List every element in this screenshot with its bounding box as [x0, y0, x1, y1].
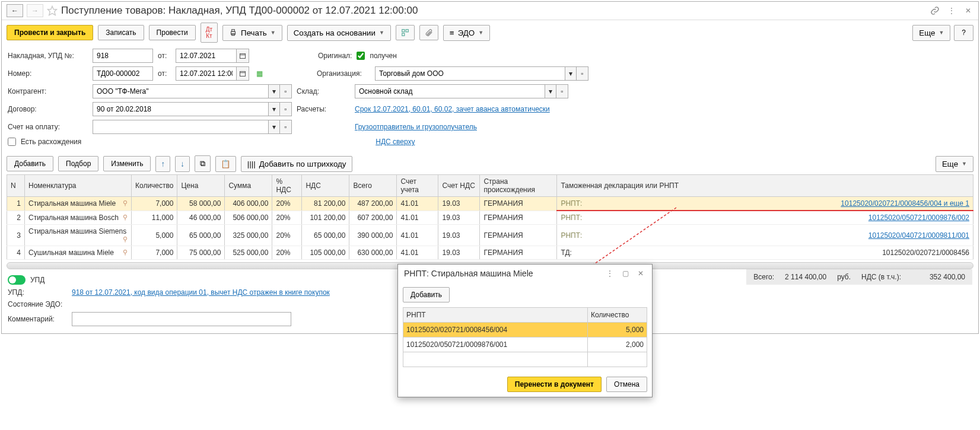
col-vat-acc[interactable]: Счет НДС [438, 175, 480, 197]
copy-button[interactable]: ⧉ [195, 155, 211, 172]
post-button[interactable]: Провести [149, 25, 196, 40]
new-doc-icon[interactable]: ▦ [254, 68, 265, 79]
attachment-button[interactable] [419, 25, 438, 40]
transactions-button[interactable]: ДтКт [201, 23, 218, 43]
popup-col-qty[interactable]: Количество [588, 308, 647, 323]
decl-link[interactable]: 10125020/050721/0009876/002 [868, 214, 969, 222]
contragent-input[interactable] [93, 84, 268, 98]
col-acc[interactable]: Счет учета [397, 175, 438, 197]
edit-row-button[interactable]: Изменить [103, 156, 151, 171]
form-area: Накладная, УПД №: от: Оригинал: получен … [2, 45, 978, 153]
nav-back-button[interactable]: ← [7, 4, 23, 17]
copy-icon: ⧉ [200, 159, 205, 168]
open-ref-icon[interactable]: ▫ [577, 66, 588, 81]
open-ref-icon[interactable]: ▫ [556, 84, 568, 98]
received-checkbox[interactable] [357, 52, 365, 60]
more-vertical-icon[interactable]: ⋮ [604, 268, 615, 279]
popup-row[interactable]: 10125020/020721/0008456/0045,000 [403, 323, 647, 336]
col-decl[interactable]: Таможенная декларация или РНПТ [557, 175, 973, 197]
col-qty[interactable]: Количество [132, 175, 177, 197]
nav-forward-button[interactable]: → [27, 4, 43, 17]
more-vertical-icon[interactable]: ⋮ [946, 5, 957, 16]
table-row[interactable]: 4Сушильная машина Miele ⚲7,00075 000,005… [7, 246, 973, 260]
calc-link[interactable]: Срок 12.07.2021, 60.01, 60.02, зачет ава… [355, 105, 550, 113]
arrow-up-icon: ↑ [161, 160, 165, 168]
dropdown-icon[interactable]: ▾ [565, 66, 577, 81]
col-n[interactable]: N [7, 175, 25, 197]
move-up-button[interactable]: ↑ [155, 156, 170, 172]
datetime-input[interactable] [176, 66, 236, 81]
favorite-star-icon[interactable] [47, 5, 58, 16]
invoice-date-input[interactable] [176, 49, 236, 63]
col-vat-pct[interactable]: % НДС [272, 175, 302, 197]
dropdown-icon[interactable]: ▾ [268, 84, 280, 98]
totals-bar: Всего: 2 114 400,00 руб. НДС (в т.ч.): 3… [746, 269, 972, 285]
org-input[interactable] [375, 66, 565, 81]
svg-rect-4 [402, 30, 405, 32]
calendar-icon[interactable] [236, 49, 249, 63]
cargo-link[interactable]: Грузоотправитель и грузополучатель [355, 123, 477, 131]
col-total[interactable]: Всего [349, 175, 397, 197]
decl-link[interactable]: 10125020/020721/0008456/004 и еще 1 [841, 199, 969, 208]
magnifier-icon[interactable]: ⚲ [123, 214, 128, 221]
calendar-icon[interactable] [236, 66, 249, 81]
magnifier-icon[interactable]: ⚲ [123, 235, 128, 243]
upd-toggle[interactable] [8, 275, 26, 285]
open-ref-icon[interactable]: ▫ [280, 120, 292, 134]
paste-button[interactable]: 📋 [215, 156, 236, 172]
decl-value: 10125020/020721/0008456 [882, 249, 969, 257]
magnifier-icon[interactable]: ⚲ [123, 249, 128, 256]
number-input[interactable] [93, 66, 153, 81]
print-button[interactable]: Печать ▼ [222, 25, 282, 41]
upd-label: УПД: [8, 288, 67, 297]
table-toolbar: Добавить Подбор Изменить ↑ ↓ ⧉ 📋 |||| До… [2, 153, 978, 174]
table-row[interactable]: 2Стиральная машина Bosch ⚲11,00046 000,0… [7, 211, 973, 225]
popup-title: РНПТ: Стиральная машина Miele [404, 269, 600, 278]
dropdown-icon[interactable]: ▾ [268, 102, 280, 116]
related-docs-button[interactable] [396, 25, 415, 40]
col-nomen[interactable]: Номенклатура [25, 175, 132, 197]
pick-button[interactable]: Подбор [58, 156, 98, 171]
warehouse-input[interactable] [355, 84, 545, 98]
col-sum[interactable]: Сумма [225, 175, 272, 197]
edo-button[interactable]: ≡ ЭДО ▼ [443, 25, 490, 41]
chevron-down-icon: ▼ [271, 30, 276, 36]
help-button[interactable]: ? [954, 25, 973, 41]
upd-link[interactable]: 918 от 12.07.2021, код вида операции 01,… [72, 288, 330, 297]
table-more-button[interactable]: Еще ▼ [936, 156, 973, 172]
barcode-button[interactable]: |||| Добавить по штрихкоду [241, 156, 353, 172]
decl-link[interactable]: 10125020/040721/0009811/001 [868, 231, 969, 240]
post-and-close-button[interactable]: Провести и закрыть [7, 25, 93, 40]
more-button[interactable]: Еще ▼ [912, 25, 950, 41]
close-window-icon[interactable]: ✕ [963, 5, 973, 16]
popup-add-button[interactable]: Добавить [403, 287, 450, 302]
move-down-button[interactable]: ↓ [175, 156, 190, 172]
link-icon[interactable] [930, 5, 940, 16]
dropdown-icon[interactable]: ▾ [545, 84, 556, 98]
rnpt-popup: РНПТ: Стиральная машина Miele ⋮ ▢ ✕ Доба… [397, 264, 653, 335]
maximize-icon[interactable]: ▢ [620, 268, 631, 279]
print-label: Печать [241, 28, 267, 37]
add-row-button[interactable]: Добавить [7, 156, 53, 171]
vat-link[interactable]: НДС сверху [376, 138, 415, 146]
invoice-pay-input[interactable] [93, 120, 268, 134]
table-row[interactable]: 1Стиральная машина Miele ⚲7,00058 000,00… [7, 197, 973, 211]
col-country[interactable]: Страна происхождения [480, 175, 557, 197]
contract-input[interactable] [93, 102, 268, 116]
discrepancy-checkbox[interactable] [8, 138, 16, 146]
magnifier-icon[interactable]: ⚲ [123, 199, 128, 207]
table-row[interactable]: 3Стиральная машина Siemens ⚲5,00065 000,… [7, 225, 973, 246]
svg-rect-6 [402, 33, 405, 36]
close-icon[interactable]: ✕ [635, 268, 646, 279]
open-ref-icon[interactable]: ▫ [280, 102, 292, 116]
chevron-down-icon: ▼ [379, 30, 384, 36]
open-ref-icon[interactable]: ▫ [280, 84, 292, 98]
write-button[interactable]: Записать [98, 25, 144, 40]
comment-input[interactable] [72, 312, 291, 326]
create-based-button[interactable]: Создать на основании ▼ [287, 25, 391, 41]
col-vat[interactable]: НДС [302, 175, 349, 197]
dropdown-icon[interactable]: ▾ [268, 120, 280, 134]
popup-col-rnpt[interactable]: РНПТ [403, 308, 588, 323]
col-price[interactable]: Цена [177, 175, 225, 197]
invoice-no-input[interactable] [93, 49, 153, 63]
